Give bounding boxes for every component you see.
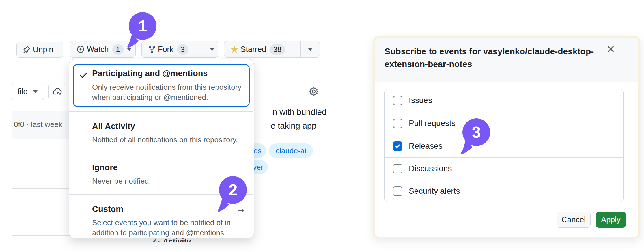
option-label: Releases <box>409 141 443 151</box>
menu-item-description: Select events you want to be notified of… <box>92 218 254 238</box>
about-description-line1: n with bundled <box>272 107 326 117</box>
menu-item-title: Custom <box>92 204 123 214</box>
menu-item-description: Notified of all notifications on this re… <box>92 135 257 145</box>
subscribe-modal-frame: Subscribe to events for vasylenko/claude… <box>373 36 640 238</box>
option-row-pull-requests[interactable]: Pull requests <box>385 112 623 135</box>
fork-label: Fork <box>158 45 173 54</box>
checkbox[interactable] <box>393 164 402 173</box>
activity-label: Activity <box>163 238 191 242</box>
checkbox[interactable] <box>393 96 402 105</box>
menu-item-participating[interactable]: Participating and @mentions Only receive… <box>73 64 250 107</box>
chevron-down-icon <box>308 48 313 51</box>
menu-item-title: Ignore <box>92 163 118 172</box>
topic-tag-label: claude-ai <box>276 146 306 155</box>
check-icon <box>395 143 401 149</box>
starred-dropdown-button[interactable] <box>301 48 320 51</box>
watch-button[interactable]: Watch 1 <box>70 41 136 58</box>
topic-tag-claude-ai[interactable]: claude-ai <box>269 143 313 158</box>
eye-icon <box>76 45 85 54</box>
gear-icon[interactable] <box>308 86 319 97</box>
fork-count: 3 <box>177 44 188 55</box>
cloud-sync-button[interactable] <box>48 83 66 100</box>
check-icon <box>79 71 88 80</box>
topic-tag-label: es <box>254 146 262 155</box>
badge-number: 2 <box>228 181 237 199</box>
checkbox[interactable] <box>393 119 402 128</box>
badge-number: 1 <box>138 17 147 35</box>
badge-number: 3 <box>472 123 481 141</box>
option-row-discussions[interactable]: Discussions <box>385 157 623 180</box>
pulse-icon <box>152 238 160 242</box>
option-label: Pull requests <box>409 119 456 128</box>
option-row-releases[interactable]: Releases <box>385 135 623 157</box>
star-icon: ★ <box>230 45 239 54</box>
menu-divider <box>69 153 253 153</box>
activity-link-partial[interactable]: Activity <box>152 238 210 242</box>
unpin-button[interactable]: Unpin <box>16 42 63 58</box>
annotation-badge-2: 2 <box>217 176 247 212</box>
option-row-security-alerts[interactable]: Security alerts <box>385 180 623 202</box>
watch-count: 1 <box>112 44 124 55</box>
star-button-group: ★ Starred 38 <box>224 41 320 58</box>
menu-divider <box>69 111 253 112</box>
option-label: Issues <box>409 96 432 105</box>
starred-button[interactable]: ★ Starred 38 <box>224 44 300 55</box>
pin-slash-icon <box>22 45 31 55</box>
watch-label: Watch <box>87 45 109 54</box>
menu-item-description: Only receive notifications from this rep… <box>92 82 251 102</box>
file-button-label: file <box>18 87 28 96</box>
commit-meta-text: 0f0 · last week <box>14 120 62 129</box>
about-description-line2: e taking app <box>271 121 316 131</box>
close-icon[interactable]: ✕ <box>606 43 615 55</box>
modal-title: Subscribe to events for vasylenko/claude… <box>384 45 615 70</box>
modal-header: Subscribe to events for vasylenko/claude… <box>375 38 638 82</box>
annotation-badge-1: 1 <box>127 12 157 48</box>
cloud-arrow-icon <box>52 87 63 97</box>
option-label: Security alerts <box>409 186 460 196</box>
checkbox[interactable] <box>393 141 402 151</box>
starred-count: 38 <box>270 44 285 55</box>
option-label: Discussions <box>409 164 452 173</box>
menu-item-title: All Activity <box>92 122 135 131</box>
event-options-list: Issues Pull requests Relea <box>384 89 624 202</box>
starred-label: Starred <box>240 45 266 54</box>
chevron-down-icon <box>210 48 214 51</box>
file-button[interactable]: file <box>11 83 44 100</box>
apply-label: Apply <box>601 215 621 224</box>
option-row-issues[interactable]: Issues <box>385 89 623 112</box>
menu-item-description: Never be notified. <box>92 176 151 186</box>
checkbox[interactable] <box>393 186 402 196</box>
menu-item-title: Participating and @mentions <box>92 69 208 78</box>
apply-button[interactable]: Apply <box>596 212 626 228</box>
chevron-down-icon <box>33 90 38 93</box>
unpin-label: Unpin <box>33 45 53 54</box>
github-repo-page: file 0f0 · last week Activity n with bun… <box>0 0 644 252</box>
annotation-badge-3: 3 <box>461 118 491 155</box>
fork-dropdown-button[interactable] <box>206 48 218 51</box>
topic-tag-label: ver <box>253 163 263 172</box>
subscribe-modal: Subscribe to events for vasylenko/claude… <box>375 38 638 237</box>
cancel-button[interactable]: Cancel <box>557 212 591 228</box>
cancel-label: Cancel <box>561 215 586 224</box>
